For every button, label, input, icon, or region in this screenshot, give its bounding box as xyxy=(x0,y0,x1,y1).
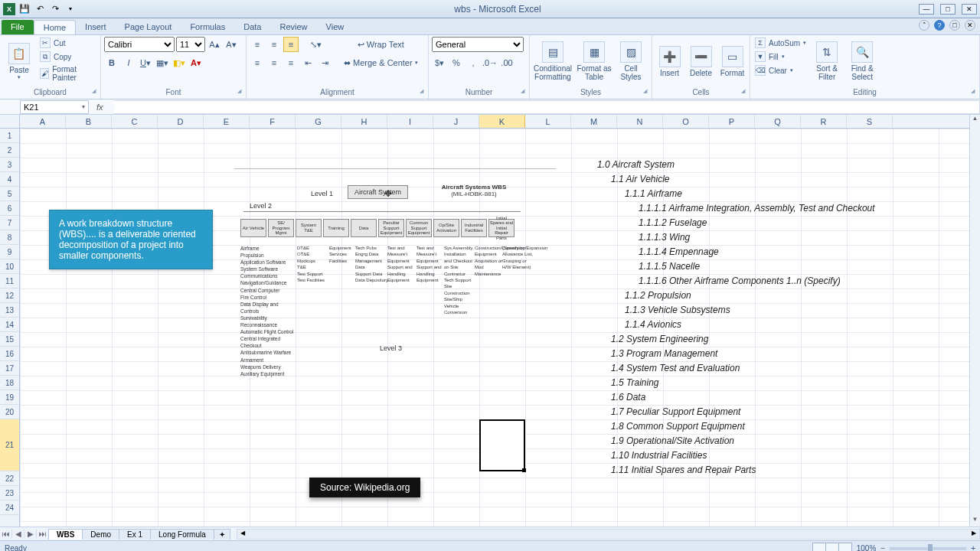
bold-button[interactable]: B xyxy=(104,55,119,70)
wbs-diagram-image[interactable]: Level 1 Aircraft System Aircraft Systems… xyxy=(234,168,556,383)
zoom-in-icon[interactable]: + xyxy=(971,544,975,551)
copy-button[interactable]: ⧉Copy xyxy=(38,51,97,63)
worksheet-grid[interactable]: ABCDEFGHIJKLMNOPQRS 12345678910111213141… xyxy=(0,115,980,527)
border-button[interactable]: ▦▾ xyxy=(155,55,170,70)
column-header[interactable]: I xyxy=(387,115,433,128)
row-header[interactable]: 22 xyxy=(0,471,19,486)
row-header[interactable]: 5 xyxy=(0,187,19,201)
row-header[interactable]: 1 xyxy=(0,129,19,143)
underline-button[interactable]: U▾ xyxy=(138,55,153,70)
namebox-dropdown-icon[interactable]: ▾ xyxy=(82,103,85,110)
horizontal-scrollbar[interactable]: ◀ ▶ xyxy=(237,529,980,540)
zoom-slider[interactable] xyxy=(890,547,966,550)
number-format-select[interactable]: General xyxy=(432,37,524,52)
undo-icon[interactable]: ↶ xyxy=(34,3,46,15)
column-header[interactable]: K xyxy=(479,115,525,128)
tab-view[interactable]: View xyxy=(317,20,354,34)
row-header[interactable]: 8 xyxy=(0,230,19,245)
column-header[interactable]: C xyxy=(112,115,158,128)
row-header[interactable]: 6 xyxy=(0,201,19,216)
sheet-tab[interactable]: WBS xyxy=(48,529,83,540)
column-header[interactable]: Q xyxy=(755,115,801,128)
tab-file[interactable]: File xyxy=(2,20,34,34)
row-headers[interactable]: 123456789101112131415161718192021222324 xyxy=(0,129,20,527)
row-header[interactable]: 16 xyxy=(0,347,19,361)
name-box[interactable]: K21▾ xyxy=(20,100,89,114)
tab-data[interactable]: Data xyxy=(234,20,270,34)
row-header[interactable]: 13 xyxy=(0,303,19,318)
column-header[interactable]: J xyxy=(433,115,479,128)
fill-button[interactable]: ▼Fill▾ xyxy=(753,51,808,63)
column-header[interactable]: A xyxy=(20,115,66,128)
align-right-icon[interactable]: ≡ xyxy=(283,55,299,70)
column-header[interactable]: B xyxy=(66,115,112,128)
column-header[interactable]: S xyxy=(847,115,893,128)
column-header[interactable]: L xyxy=(525,115,571,128)
row-header[interactable]: 15 xyxy=(0,332,19,347)
row-header[interactable]: 24 xyxy=(0,500,19,515)
italic-button[interactable]: I xyxy=(121,55,136,70)
comma-icon[interactable]: , xyxy=(466,55,481,70)
decrease-font-icon[interactable]: A▾ xyxy=(224,37,239,52)
wrap-text-button[interactable]: ↩Wrap Text xyxy=(340,37,422,52)
row-header[interactable]: 3 xyxy=(0,158,19,172)
align-bottom-icon[interactable]: ≡ xyxy=(283,37,299,52)
save-icon[interactable]: 💾 xyxy=(18,3,31,15)
sheet-tab[interactable]: Long Formula xyxy=(150,529,214,540)
font-size-select[interactable]: 11 xyxy=(176,37,205,52)
increase-decimal-icon[interactable]: .0→ xyxy=(482,55,498,70)
row-header[interactable]: 23 xyxy=(0,486,19,500)
column-header[interactable]: H xyxy=(341,115,387,128)
sort-filter-button[interactable]: ⇅Sort & Filter xyxy=(811,37,843,86)
column-header[interactable]: N xyxy=(617,115,663,128)
align-left-icon[interactable]: ≡ xyxy=(250,55,265,70)
qat-dropdown-icon[interactable]: ▾ xyxy=(64,3,77,15)
column-header[interactable]: D xyxy=(158,115,204,128)
row-header[interactable]: 9 xyxy=(0,245,19,259)
decrease-indent-icon[interactable]: ⇤ xyxy=(300,55,315,70)
align-middle-icon[interactable]: ≡ xyxy=(266,37,282,52)
fill-color-button[interactable]: ◧▾ xyxy=(172,55,187,70)
paste-button[interactable]: 📋 Paste ▾ xyxy=(3,37,35,86)
tab-formulas[interactable]: Formulas xyxy=(181,20,234,34)
prev-sheet-icon[interactable]: ◀ xyxy=(12,530,24,538)
insert-cells-button[interactable]: ➕Insert xyxy=(655,37,684,86)
formula-input[interactable] xyxy=(114,100,980,114)
orientation-icon[interactable]: ⤡▾ xyxy=(308,37,323,52)
row-header[interactable]: 21 xyxy=(0,419,19,471)
merge-center-button[interactable]: ⬌Merge & Center▾ xyxy=(340,55,422,70)
cells-area[interactable]: A work breakdown structure (WBS).... is … xyxy=(20,129,969,527)
column-header[interactable]: E xyxy=(204,115,250,128)
column-headers[interactable]: ABCDEFGHIJKLMNOPQRS xyxy=(0,115,969,129)
autosum-button[interactable]: ΣAutoSum▾ xyxy=(753,37,808,49)
column-header[interactable]: R xyxy=(801,115,847,128)
active-cell[interactable] xyxy=(479,419,525,471)
scroll-down-icon[interactable]: ▼ xyxy=(970,516,980,527)
scroll-right-icon[interactable]: ▶ xyxy=(969,530,979,539)
view-buttons[interactable] xyxy=(813,543,852,552)
clear-button[interactable]: ⌫Clear▾ xyxy=(753,64,808,77)
row-header[interactable]: 4 xyxy=(0,172,19,187)
row-header[interactable]: 10 xyxy=(0,259,19,274)
currency-icon[interactable]: $▾ xyxy=(432,55,447,70)
cut-button[interactable]: ✂Cut xyxy=(38,37,97,49)
minimize-ribbon-icon[interactable]: ˄ xyxy=(919,20,929,31)
font-name-select[interactable]: Calibri xyxy=(104,37,175,52)
maximize-button[interactable]: □ xyxy=(940,4,956,15)
decrease-decimal-icon[interactable]: .00 xyxy=(499,55,514,70)
fx-icon[interactable]: fx xyxy=(96,103,103,112)
column-header[interactable]: O xyxy=(663,115,709,128)
conditional-formatting-button[interactable]: ▤Conditional Formatting xyxy=(533,37,573,86)
font-color-button[interactable]: A▾ xyxy=(188,55,204,70)
row-header[interactable]: 12 xyxy=(0,289,19,303)
zoom-out-icon[interactable]: − xyxy=(880,544,885,551)
row-header[interactable]: 11 xyxy=(0,274,19,289)
row-header[interactable]: 17 xyxy=(0,361,19,376)
sheet-nav[interactable]: ⏮ ◀ ▶ ⏭ xyxy=(0,530,49,538)
help-icon[interactable]: ? xyxy=(934,20,945,31)
definition-callout[interactable]: A work breakdown structure (WBS).... is … xyxy=(49,210,213,269)
increase-font-icon[interactable]: A▴ xyxy=(207,37,222,52)
next-sheet-icon[interactable]: ▶ xyxy=(24,530,37,538)
cell-styles-button[interactable]: ▨Cell Styles xyxy=(616,37,646,86)
redo-icon[interactable]: ↷ xyxy=(49,3,61,15)
